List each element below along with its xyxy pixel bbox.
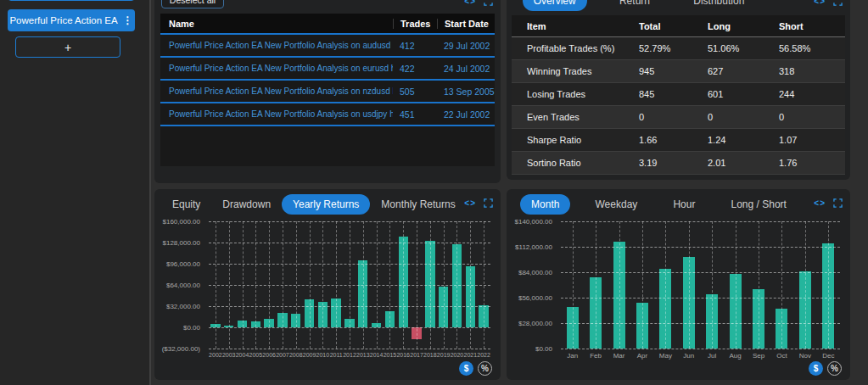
cell-item: Even Trades [512, 112, 639, 122]
bar-2014 [372, 323, 381, 327]
column-header-short: Short [779, 21, 845, 31]
cell-total: 845 [639, 89, 708, 99]
cell-long: 601 [708, 89, 779, 99]
column-header-long: Long [708, 21, 779, 31]
cell-short: 1.76 [779, 158, 845, 168]
y-tick-label: $64,000.00 [166, 282, 200, 289]
table-row[interactable]: Powerful Price Action EA New Portfolio A… [160, 58, 495, 81]
yearly-returns-chart: $160,000.00$128,000.00$96,000.00$64,000.… [160, 218, 494, 367]
cell-short: 244 [779, 89, 845, 99]
cell-total: 0 [639, 112, 708, 122]
month-tabs: MonthWeekdayHourLong / Short [513, 193, 804, 215]
add-strategy-button[interactable]: + [15, 36, 120, 58]
table-row[interactable]: Powerful Price Action EA New Portfolio A… [160, 35, 495, 58]
kebab-menu-icon[interactable]: ⋮ [123, 15, 133, 25]
sidebar: Powerful Price Action EA ⋮ + [0, 0, 151, 385]
y-tick-label: $112,000.00 [515, 243, 552, 251]
gridline-vertical [283, 221, 283, 349]
bar-2016 [399, 237, 408, 327]
cell-total: 945 [639, 66, 708, 76]
returns-tab-monthly-returns[interactable]: Monthly Returns [370, 194, 466, 215]
sidebar-button-partial[interactable] [8, 0, 135, 1]
overview-stats-panel: OverviewReturnDistribution <> Item Total… [507, 0, 850, 180]
stats-table-body: Profitable Trades (%)52.79%51.06%56.58%W… [512, 37, 845, 175]
gridline-vertical [336, 221, 337, 349]
returns-tab-yearly-returns[interactable]: Yearly Returns [282, 194, 370, 215]
stats-tab-return[interactable]: Return [608, 0, 661, 11]
gridline-horizontal [561, 247, 840, 248]
bar-2010 [318, 302, 328, 327]
portfolio-table: Name Trades Start Date Powerful Price Ac… [160, 14, 495, 166]
month-tab-hour[interactable]: Hour [662, 194, 706, 215]
ea-strategy-button[interactable]: Powerful Price Action EA ⋮ [8, 9, 135, 31]
bar-2012 [344, 319, 354, 327]
cell-item: Losing Trades [512, 89, 639, 99]
bar-2020 [452, 244, 462, 327]
gridline-horizontal [209, 349, 490, 349]
code-icon[interactable]: <> [464, 198, 476, 208]
x-axis-labels: JanFebMarAprMayJunJulAugSepOctNovDec [561, 352, 840, 362]
cell-long: 2.01 [708, 158, 779, 168]
stats-tab-overview[interactable]: Overview [523, 0, 587, 11]
portfolio-table-body: Powerful Price Action EA New Portfolio A… [160, 35, 495, 166]
gridline-vertical [484, 221, 484, 349]
returns-tabs: EquityDrawdownYearly ReturnsMonthly Retu… [161, 193, 455, 215]
cell-start-date: 29 Jul 2002 [437, 41, 495, 51]
table-row[interactable]: Powerful Price Action EA New Portfolio A… [160, 103, 495, 126]
cell-total: 3.19 [639, 158, 708, 168]
column-header-trades[interactable]: Trades [393, 19, 437, 29]
gridline-horizontal [209, 243, 490, 243]
code-icon[interactable]: <> [814, 0, 826, 6]
stats-row: Sharpe Ratio1.661.241.07 [512, 129, 845, 152]
dollar-toggle[interactable]: $ [459, 361, 473, 376]
month-tab-long-short[interactable]: Long / Short [720, 194, 798, 215]
fullscreen-icon[interactable] [833, 198, 843, 208]
cell-trades: 412 [393, 41, 437, 51]
gridline-vertical [322, 221, 323, 349]
stats-row: Even Trades000 [512, 106, 845, 129]
gridline-vertical [377, 221, 378, 349]
gridline-vertical [243, 221, 244, 349]
returns-tab-equity[interactable]: Equity [161, 194, 211, 215]
fullscreen-icon[interactable] [484, 0, 493, 6]
y-tick-label: ($32,000.00) [162, 345, 200, 353]
stats-tabs: OverviewReturnDistribution [512, 0, 766, 11]
panel-toolbar: <> [814, 0, 843, 6]
code-icon[interactable]: <> [814, 198, 826, 208]
gridline-horizontal [209, 327, 490, 328]
cell-short: 56.58% [779, 43, 845, 53]
cell-total: 1.66 [639, 135, 708, 145]
bar-2007 [277, 313, 287, 327]
fullscreen-icon[interactable] [833, 0, 843, 6]
ea-strategy-label: Powerful Price Action EA [9, 15, 117, 25]
returns-chart-panel: EquityDrawdownYearly ReturnsMonthly Retu… [154, 189, 501, 380]
dollar-toggle[interactable]: $ [809, 361, 823, 376]
cell-short: 0 [779, 112, 845, 122]
cell-name: Powerful Price Action EA New Portfolio A… [160, 109, 393, 119]
bar-jul [706, 294, 718, 349]
table-row[interactable]: Powerful Price Action EA New Portfolio A… [160, 81, 495, 103]
month-tab-weekday[interactable]: Weekday [585, 194, 649, 215]
cell-start-date: 13 Sep 2005 [437, 86, 495, 97]
y-tick-label: $28,000.00 [518, 320, 552, 327]
cell-start-date: 22 Jul 2002 [437, 109, 495, 120]
cell-long: 1.24 [708, 135, 779, 145]
stats-tab-distribution[interactable]: Distribution [682, 0, 755, 11]
x-axis-labels: 2002200320042005200620072008200920102011… [209, 352, 490, 362]
deselect-all-button[interactable]: Deselect all [161, 0, 224, 8]
cell-long: 51.06% [708, 43, 779, 53]
column-header-name[interactable]: Name [160, 19, 393, 29]
cell-name: Powerful Price Action EA New Portfolio A… [160, 86, 393, 96]
bar-2015 [385, 311, 395, 327]
bar-jan [567, 307, 579, 349]
cell-total: 52.79% [639, 43, 708, 53]
month-tab-month[interactable]: Month [520, 194, 570, 215]
y-tick-label: $0.00 [535, 345, 552, 353]
fullscreen-icon[interactable] [484, 198, 493, 208]
code-icon[interactable]: <> [464, 0, 476, 6]
y-axis-labels: $140,000.00$112,000.00$84,000.00$56,000.… [512, 221, 557, 349]
percent-toggle[interactable]: % [827, 361, 842, 376]
returns-tab-drawdown[interactable]: Drawdown [211, 194, 282, 215]
column-header-start-date[interactable]: Start Date [437, 19, 495, 29]
percent-toggle[interactable]: % [478, 361, 492, 376]
